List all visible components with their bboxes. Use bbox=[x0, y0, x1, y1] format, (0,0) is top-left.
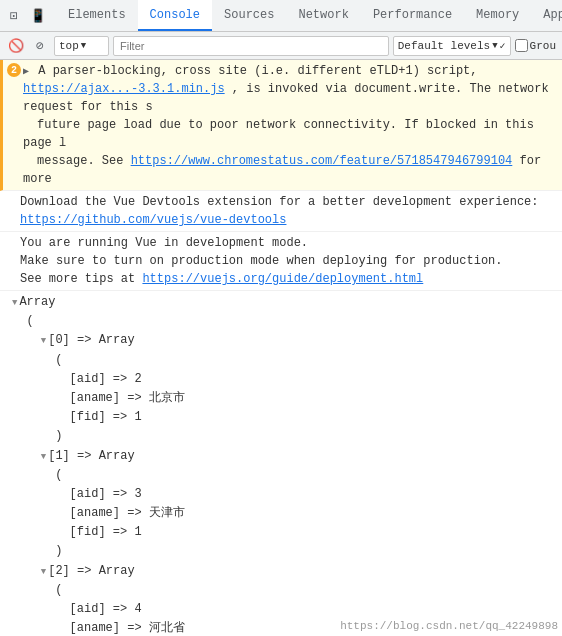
tab-icons: ⊡ 📱 bbox=[4, 6, 48, 26]
tab-network[interactable]: Network bbox=[286, 0, 360, 31]
item1-open: ( bbox=[8, 466, 558, 485]
item0-expand[interactable]: ▼ bbox=[41, 336, 46, 346]
warning-link1[interactable]: https://ajax...-3.3.1.min.js bbox=[23, 82, 225, 96]
chevron-down-icon: ▼ bbox=[81, 41, 86, 51]
item2-aid: [aid] => 4 bbox=[8, 600, 558, 619]
warning-badge: 2 bbox=[7, 63, 21, 77]
item1-fid: [fid] => 1 bbox=[8, 523, 558, 542]
toolbar: 🚫 ⊘ top ▼ Default levels ▼ ✓ Grou bbox=[0, 32, 562, 60]
item0-open: ( bbox=[8, 351, 558, 370]
item0-fid: [fid] => 1 bbox=[8, 408, 558, 427]
item1-expand[interactable]: ▼ bbox=[41, 452, 46, 462]
array-expand-arrow[interactable]: ▼ bbox=[12, 298, 17, 308]
tab-memory[interactable]: Memory bbox=[464, 0, 531, 31]
devtools-message: Download the Vue Devtools extension for … bbox=[0, 191, 562, 232]
item0-aname: [aname] => 北京市 bbox=[8, 389, 558, 408]
list-item: ▼[0] => Array bbox=[8, 331, 558, 350]
devtools-link[interactable]: https://github.com/vuejs/vue-devtools bbox=[20, 213, 286, 227]
clear-icon[interactable]: 🚫 bbox=[6, 36, 26, 56]
levels-select[interactable]: Default levels ▼ ✓ bbox=[393, 36, 511, 56]
watermark: https://blog.csdn.net/qq_42249898 bbox=[340, 620, 558, 632]
item1-close: ) bbox=[8, 542, 558, 561]
group-checkbox[interactable] bbox=[515, 39, 528, 52]
item1-aid: [aid] => 3 bbox=[8, 485, 558, 504]
tab-performance[interactable]: Performance bbox=[361, 0, 464, 31]
device-icon[interactable]: 📱 bbox=[28, 6, 48, 26]
group-checkbox-label[interactable]: Grou bbox=[515, 39, 556, 52]
filter-icon[interactable]: ⊘ bbox=[30, 36, 50, 56]
context-select[interactable]: top ▼ bbox=[54, 36, 109, 56]
vue-tips-link[interactable]: https://vuejs.org/guide/deployment.html bbox=[142, 272, 423, 286]
dock-icon[interactable]: ⊡ bbox=[4, 6, 24, 26]
filter-input[interactable] bbox=[113, 36, 389, 56]
levels-chevron-icon: ▼ bbox=[492, 41, 497, 51]
vue-mode-message: You are running Vue in development mode.… bbox=[0, 232, 562, 291]
item2-expand[interactable]: ▼ bbox=[41, 567, 46, 577]
tabs: Elements Console Sources Network Perform… bbox=[56, 0, 562, 31]
item0-close: ) bbox=[8, 427, 558, 446]
tab-console[interactable]: Console bbox=[138, 0, 212, 31]
tab-sources[interactable]: Sources bbox=[212, 0, 286, 31]
warning-message: 2 ▶ A parser-blocking, cross site (i.e. … bbox=[0, 60, 562, 191]
console-output: 2 ▶ A parser-blocking, cross site (i.e. … bbox=[0, 60, 562, 636]
array-output: ▼Array ( ▼[0] => Array ( [aid] => 2 [ana… bbox=[0, 291, 562, 636]
array-label: ▼Array bbox=[8, 293, 558, 312]
tab-elements[interactable]: Elements bbox=[56, 0, 138, 31]
warning-link2[interactable]: https://www.chromestatus.com/feature/571… bbox=[131, 154, 513, 168]
list-item: ▼[2] => Array bbox=[8, 562, 558, 581]
array-open-paren: ( bbox=[8, 312, 558, 331]
item1-aname: [aname] => 天津市 bbox=[8, 504, 558, 523]
expand-arrow[interactable]: ▶ bbox=[23, 64, 29, 79]
levels-checked-icon: ✓ bbox=[500, 40, 506, 52]
item0-aid: [aid] => 2 bbox=[8, 370, 558, 389]
tab-app[interactable]: App bbox=[531, 0, 562, 31]
item2-open: ( bbox=[8, 581, 558, 600]
list-item: ▼[1] => Array bbox=[8, 447, 558, 466]
tab-bar: ⊡ 📱 Elements Console Sources Network Per… bbox=[0, 0, 562, 32]
